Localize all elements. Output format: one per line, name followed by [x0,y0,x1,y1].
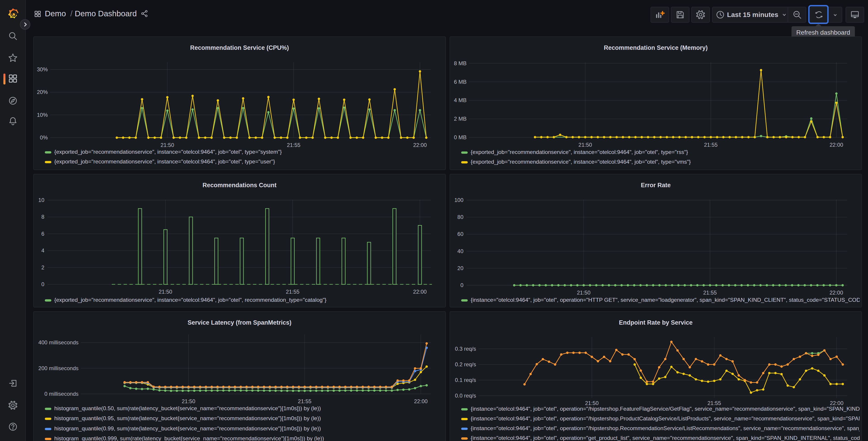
svg-text:100: 100 [454,197,463,203]
svg-text:21:50: 21:50 [160,142,174,148]
svg-text:21:50: 21:50 [182,398,195,404]
svg-text:0.3 req/s: 0.3 req/s [455,346,476,352]
svg-text:22:00: 22:00 [830,142,843,148]
svg-text:21:50: 21:50 [577,290,590,296]
svg-text:0 MB: 0 MB [454,134,467,140]
svg-text:400 milliseconds: 400 milliseconds [38,340,79,346]
svg-text:0%: 0% [40,135,48,141]
svg-text:10: 10 [38,197,44,203]
svg-text:0.2 req/s: 0.2 req/s [455,361,476,368]
svg-text:21:50: 21:50 [159,289,172,295]
svg-text:20: 20 [457,265,463,271]
svg-text:0: 0 [41,281,44,287]
svg-text:2: 2 [41,264,44,270]
svg-text:0 milliseconds: 0 milliseconds [44,391,79,397]
svg-text:2 MB: 2 MB [454,116,467,122]
svg-text:4: 4 [41,247,44,254]
svg-text:0: 0 [461,282,463,288]
svg-text:21:55: 21:55 [286,289,299,295]
svg-text:21:55: 21:55 [287,142,301,148]
svg-text:40: 40 [457,248,463,254]
svg-text:21:50: 21:50 [585,400,598,406]
svg-text:22:00: 22:00 [830,400,843,406]
svg-text:0.0 req/s: 0.0 req/s [455,392,476,399]
svg-text:0.1 req/s: 0.1 req/s [455,377,476,383]
svg-text:30%: 30% [37,66,48,72]
svg-text:21:55: 21:55 [298,398,311,404]
svg-text:10%: 10% [37,112,48,118]
svg-text:22:00: 22:00 [413,142,427,148]
svg-text:21:55: 21:55 [704,142,717,148]
svg-text:22:00: 22:00 [413,289,427,295]
svg-text:22:00: 22:00 [830,290,843,296]
svg-text:60: 60 [457,231,463,237]
svg-text:22:00: 22:00 [414,398,428,404]
svg-text:8: 8 [41,214,44,220]
svg-text:200 milliseconds: 200 milliseconds [38,365,79,371]
svg-text:20%: 20% [37,89,48,95]
svg-text:6: 6 [41,231,44,237]
svg-text:6 MB: 6 MB [454,79,467,85]
svg-text:21:50: 21:50 [578,142,592,148]
svg-text:80: 80 [457,214,463,220]
svg-text:8 MB: 8 MB [454,60,467,66]
svg-text:4 MB: 4 MB [454,97,467,103]
svg-text:21:55: 21:55 [707,400,721,406]
svg-text:21:55: 21:55 [703,290,717,296]
